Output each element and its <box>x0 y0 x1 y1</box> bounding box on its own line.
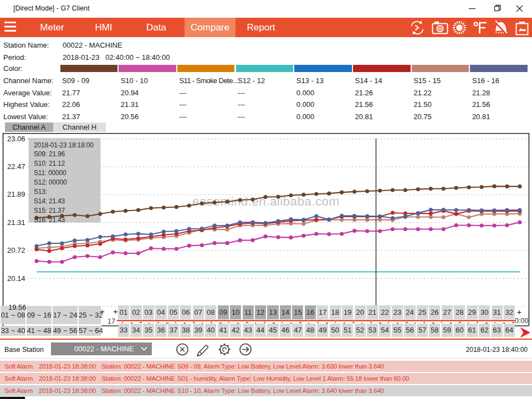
svg-text:17: 17 <box>108 318 115 325</box>
svg-text:0:00: 0:00 <box>515 317 528 325</box>
